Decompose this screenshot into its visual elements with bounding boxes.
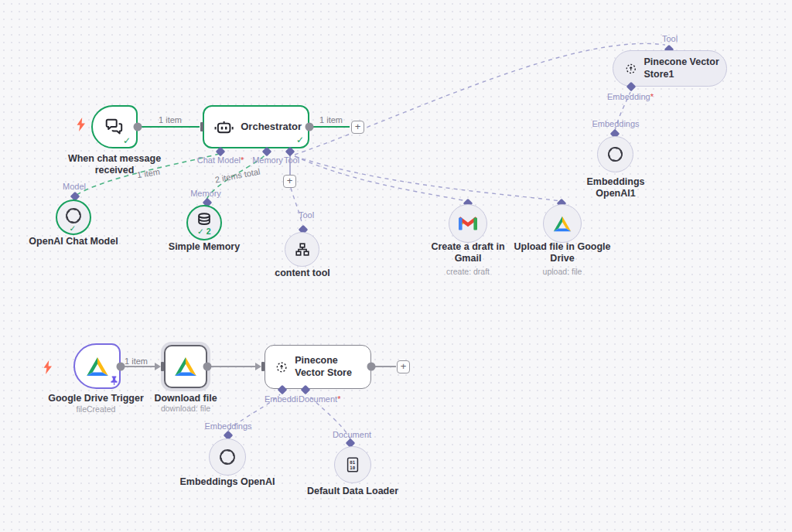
edge-label: 1 item (159, 115, 182, 124)
node-title: When chat message received (63, 153, 166, 177)
node-title: Simple Memory (158, 241, 251, 253)
endpoint-label-memory: Memory (190, 189, 221, 198)
success-check-icon: ✓ (296, 135, 304, 145)
chat-icon (104, 118, 125, 136)
node-title: OpenAI Chat Model (15, 236, 131, 247)
gmail-icon (459, 217, 477, 231)
endpoint-label-document: Document (333, 430, 371, 439)
port-label-chat-model: Chat Model* (197, 155, 244, 165)
node-title: Create a draft in Gmail (423, 241, 513, 265)
node-inner-title: Orchestrator (241, 121, 302, 133)
output-handle[interactable] (203, 363, 212, 371)
robot-icon (214, 118, 234, 136)
port-label-memory: Memory (252, 155, 283, 165)
node-title: Embeddings OpenAI (169, 476, 285, 488)
google-drive-icon (174, 356, 197, 377)
node-orchestrator[interactable]: Orchestrator (203, 105, 309, 148)
input-handle[interactable] (200, 122, 203, 131)
edge-label: 2 items total (214, 166, 261, 184)
svg-text:10: 10 (350, 466, 355, 470)
output-handle[interactable] (134, 123, 142, 131)
edge-tool-to-gdrive-upload[interactable] (295, 156, 560, 201)
pinecone-icon (275, 358, 288, 377)
add-node-button[interactable]: + (351, 121, 364, 134)
arrowhead (155, 363, 161, 370)
endpoint-label-model: Model (63, 182, 86, 191)
edge-label: 1 item (125, 356, 148, 366)
output-handle[interactable] (367, 363, 376, 371)
google-drive-icon (86, 356, 109, 377)
pin-icon (109, 375, 119, 386)
node-inner-title: Pinecone Vector Store (295, 355, 364, 379)
binary-file-icon: 01 10 (344, 456, 361, 473)
node-title: content tool (260, 268, 345, 279)
success-check-icon: ✓ (123, 135, 131, 146)
node-gdrive-upload[interactable] (543, 204, 582, 243)
node-content-tool[interactable] (285, 232, 319, 267)
node-title: Default Data Loader (295, 486, 411, 497)
openai-icon (606, 145, 624, 163)
endpoint-label-embeddings: Embeddings (204, 421, 251, 431)
node-title: Google Drive Trigger (38, 393, 154, 404)
database-icon (196, 212, 213, 227)
output-handle[interactable] (117, 363, 125, 371)
node-download-file[interactable] (164, 345, 207, 388)
trigger-bolt-icon (43, 360, 53, 374)
required-marker: * (241, 155, 244, 165)
port-labels-embedding-document: EmbeddingDocument* (265, 394, 340, 404)
sitemap-icon (294, 241, 311, 258)
node-subtitle: fileCreated (77, 404, 116, 414)
openai-icon (64, 206, 83, 225)
node-inner-title: Pinecone Vector Store1 (644, 56, 720, 80)
trigger-bolt-icon (77, 118, 86, 131)
node-title: Embeddings OpenAI1 (579, 176, 653, 200)
input-handle[interactable] (161, 362, 164, 371)
pinecone-icon (625, 60, 637, 77)
endpoint-label-tool-pill: Tool (662, 34, 678, 43)
arrowhead (255, 363, 261, 370)
node-subtitle: create: draft (446, 267, 490, 276)
node-title: Upload file in Google Drive (510, 241, 615, 265)
svg-text:01: 01 (350, 460, 355, 465)
add-node-button[interactable]: + (397, 360, 410, 373)
node-embeddings-openai1[interactable] (597, 136, 633, 172)
node-pinecone-vector-store[interactable]: Pinecone Vector Store (265, 345, 371, 389)
endpoint-label-embeddings1: Embeddings (592, 119, 639, 128)
endpoint-label-tool: Tool (299, 210, 314, 220)
success-check-icon: ✓ (70, 223, 77, 233)
port-label-tool: Tool (284, 155, 299, 165)
openai-icon (218, 448, 237, 466)
node-title: Download file (143, 393, 228, 404)
required-marker: * (337, 394, 340, 404)
add-tool-button[interactable]: + (283, 175, 296, 188)
google-drive-icon (553, 216, 572, 232)
node-subtitle: download: file (161, 404, 210, 413)
input-handle[interactable] (261, 362, 265, 371)
output-handle[interactable] (306, 123, 314, 131)
required-marker: * (650, 92, 654, 101)
port-label-embedding: Embedding (265, 394, 299, 404)
workflow-canvas[interactable]: 1 item 1 item 1 item 2 items total 1 ite… (0, 0, 792, 532)
port-label-document: Document (299, 394, 337, 404)
edge-tool-to-gmail[interactable] (295, 156, 466, 201)
node-pinecone-vector-store1[interactable]: Pinecone Vector Store1 (613, 50, 727, 87)
node-embeddings-openai[interactable] (209, 438, 246, 476)
port-label-embedding: Embedding* (607, 92, 654, 101)
run-count-badge: ✓ 2 (197, 227, 211, 236)
node-default-data-loader[interactable]: 01 10 (334, 446, 371, 483)
node-subtitle: upload: file (543, 267, 582, 276)
edge-label: 1 item (319, 115, 343, 124)
node-gmail-draft[interactable] (449, 204, 487, 243)
